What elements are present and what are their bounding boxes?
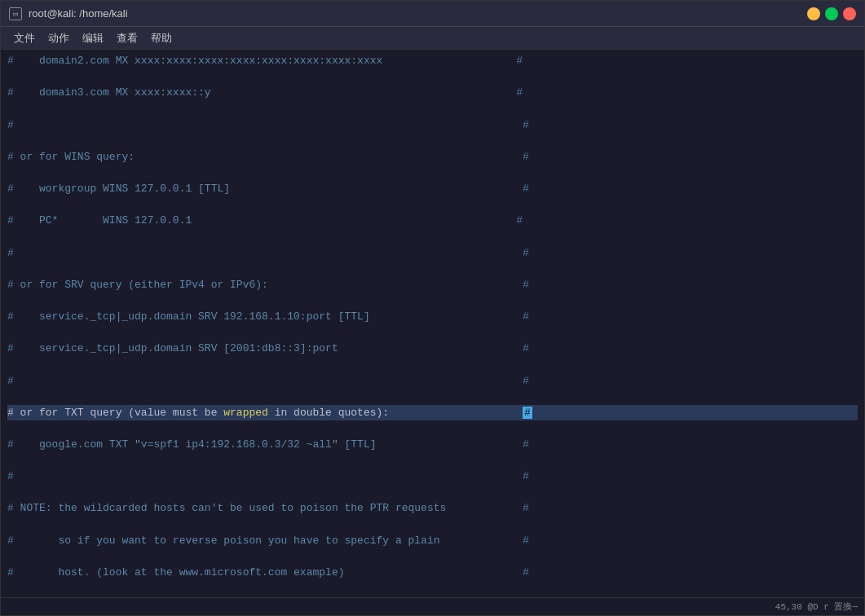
line-12: # or for TXT query (value must be wrappe… [7,405,858,421]
terminal-text: # domain2.com MX xxxx:xxxx:xxxx:xxxx:xxx… [7,53,858,597]
line-2: # domain3.com MX xxxx:xxxx::y # [7,85,858,101]
menu-actions[interactable]: 动作 [42,29,76,47]
titlebar: ▭ root@kali: /home/kali [1,1,864,27]
minimize-button[interactable] [807,7,820,20]
maximize-button[interactable] [825,7,838,20]
line-1: # domain2.com MX xxxx:xxxx:xxxx:xxxx:xxx… [7,53,858,69]
terminal-window: ▭ root@kali: /home/kali 文件 动作 编辑 查看 帮助 #… [0,0,865,616]
statusbar: 45,30 @D r 置換─ [1,597,864,615]
menu-help[interactable]: 帮助 [144,29,179,47]
window-title: root@kali: /home/kali [29,7,128,20]
menu-edit[interactable]: 编辑 [76,29,110,47]
menu-view[interactable]: 查看 [110,29,144,47]
line-13: # google.com TXT "v=spf1 ip4:192.168.0.3… [7,437,858,453]
line-18: # # [7,596,858,597]
line-3: # # [7,117,858,134]
line-15: # NOTE: the wildcarded hosts can't be us… [7,500,858,517]
close-button[interactable] [843,7,856,20]
line-9: # service._tcp|_udp.domain SRV 192.168.1… [7,309,858,325]
menubar: 文件 动作 编辑 查看 帮助 [1,27,864,50]
line-4: # or for WINS query: # [7,149,858,165]
line-16: # so if you want to reverse poison you h… [7,533,858,549]
line-17: # host. (look at the www.microsoft.com e… [7,565,858,581]
window-controls [807,7,856,20]
line-11: # # [7,373,858,389]
line-5: # workgroup WINS 127.0.0.1 [TTL] # [7,181,858,197]
menu-file[interactable]: 文件 [7,29,42,47]
terminal-area[interactable]: # domain2.com MX xxxx:xxxx:xxxx:xxxx:xxx… [1,50,864,597]
line-8: # or for SRV query (either IPv4 or IPv6)… [7,277,858,293]
window-icon: ▭ [9,7,22,20]
line-7: # # [7,245,858,262]
statusbar-text: 45,30 @D r 置換─ [775,601,858,613]
titlebar-left: ▭ root@kali: /home/kali [9,7,128,20]
line-14: # # [7,469,858,485]
line-6: # PC* WINS 127.0.0.1 # [7,213,858,229]
line-10: # service._tcp|_udp.domain SRV [2001:db8… [7,341,858,357]
terminal-content: # domain2.com MX xxxx:xxxx:xxxx:xxxx:xxx… [7,53,858,597]
